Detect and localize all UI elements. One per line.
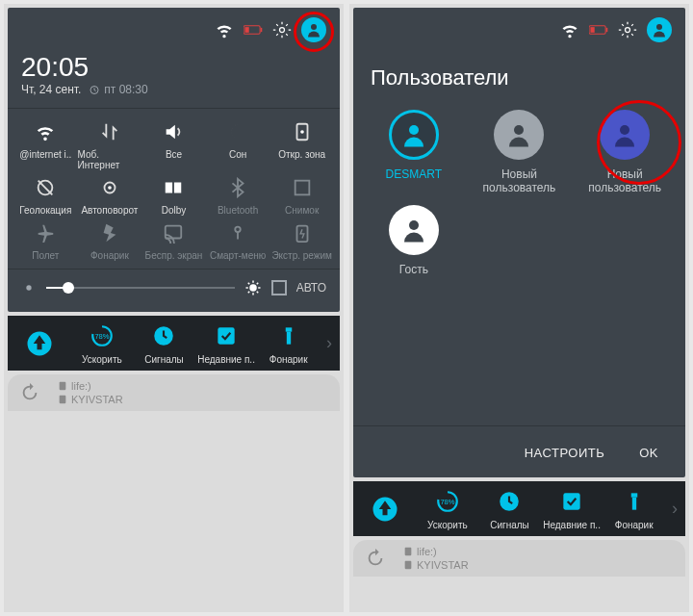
user-desmart[interactable]: DESMART — [361, 110, 467, 195]
svg-rect-25 — [60, 382, 66, 390]
brightness-slider[interactable] — [46, 287, 235, 289]
shortcut-recent[interactable]: Недавние п.. — [196, 321, 257, 365]
shortcut-recent[interactable]: Недавние п.. — [542, 487, 603, 530]
shortcut-label: Фонарик — [270, 354, 308, 365]
svg-rect-43 — [405, 561, 412, 569]
user-новый-пользователь[interactable]: Новый пользователь — [467, 110, 573, 195]
user-switch-icon[interactable] — [301, 17, 326, 42]
shortcut-row: 78%УскоритьСигналыНедавние п..Фонарик› — [8, 316, 340, 371]
shortcut-torch[interactable]: Фонарик — [258, 321, 319, 365]
toggle-cast[interactable]: Беспр. экран — [141, 221, 206, 261]
shortcut-logo[interactable] — [10, 329, 70, 358]
toggle-label: Экстр. режим — [271, 250, 332, 261]
shortcut-row: 78%УскоритьСигналыНедавние п..Фонарик› — [353, 481, 685, 536]
toggle-label: Фонарик — [90, 250, 129, 261]
svg-rect-40 — [630, 493, 637, 497]
svg-point-33 — [514, 125, 524, 135]
shortcut-label: Сигналы — [490, 520, 529, 530]
svg-text:78%: 78% — [440, 498, 454, 506]
user-name: Гость — [399, 263, 428, 276]
users-grid: DESMARTНовый пользовательНовый пользоват… — [353, 96, 685, 282]
toggle-battery[interactable]: Экстр. режим — [270, 221, 334, 261]
clock-block: 20:05 Чт, 24 сент. пт 08:30 — [8, 48, 340, 98]
toggle-screenshot[interactable]: Снимок — [270, 176, 334, 216]
toggle-moon[interactable]: Сон — [206, 120, 270, 170]
shortcut-clock78[interactable]: Сигналы — [134, 321, 194, 365]
gear-icon[interactable] — [272, 20, 292, 39]
brightness-row: АВТО — [8, 269, 340, 312]
toggle-label: Беспр. экран — [145, 250, 203, 261]
chevron-right-icon[interactable]: › — [666, 499, 683, 519]
shortcut-label: Сигналы — [144, 354, 184, 365]
svg-point-17 — [26, 285, 31, 290]
chevron-right-icon[interactable]: › — [321, 333, 338, 353]
toggle-volume[interactable]: Все — [141, 120, 206, 170]
alarm-text: пт 08:30 — [89, 83, 147, 96]
quick-settings-panel: 20:05 Чт, 24 сент. пт 08:30 @internet i.… — [8, 8, 340, 312]
shortcut-clock78[interactable]: Сигналы — [479, 487, 540, 530]
toggle-wifi[interactable]: @internet i.. — [13, 120, 78, 170]
gear-icon[interactable] — [618, 20, 637, 39]
toggle-flash[interactable]: Фонарик — [78, 221, 142, 261]
toggle-data[interactable]: Моб. Интернет — [78, 120, 142, 170]
toggle-label: Геолокация — [19, 205, 71, 216]
svg-rect-11 — [166, 183, 172, 193]
toggle-rotate[interactable]: Автоповорот — [78, 176, 142, 216]
svg-rect-26 — [60, 396, 66, 403]
user-гость[interactable]: Гость — [361, 205, 467, 276]
battery-icon — [589, 20, 608, 39]
toggle-bt[interactable]: Bluetooth — [206, 176, 270, 216]
user-новый-пользователь[interactable]: Новый пользователь — [572, 110, 678, 195]
status-bar — [353, 8, 685, 48]
toggle-dolby[interactable]: Dolby — [141, 176, 206, 216]
sim1-label: life:) — [58, 380, 123, 392]
svg-rect-41 — [632, 498, 636, 510]
user-name: DESMART — [386, 167, 442, 181]
svg-point-30 — [626, 28, 630, 33]
history-icon[interactable] — [365, 548, 386, 569]
toggle-label: Bluetooth — [218, 205, 258, 216]
shortcut-logo[interactable] — [355, 495, 416, 524]
svg-rect-29 — [606, 28, 607, 32]
toggle-location[interactable]: Геолокация — [13, 176, 78, 216]
svg-rect-1 — [244, 27, 248, 33]
brightness-low-icon — [21, 280, 37, 295]
ok-button[interactable]: OK — [639, 446, 658, 460]
toggle-hotspot[interactable]: Откр. зона — [270, 120, 334, 170]
svg-point-4 — [311, 24, 317, 30]
toggle-label: Полет — [32, 250, 59, 261]
shortcut-boost[interactable]: 78%Ускорить — [418, 487, 478, 530]
svg-point-34 — [620, 125, 629, 135]
toggle-label: Откр. зона — [278, 149, 325, 160]
toggle-label: Все — [166, 149, 182, 160]
toggle-label: Снимок — [285, 205, 319, 216]
shortcut-label: Недавние п.. — [197, 354, 255, 365]
toggle-touch[interactable]: Смарт-меню — [206, 221, 270, 261]
svg-point-10 — [108, 186, 112, 190]
brightness-high-icon — [244, 279, 262, 296]
toggle-plane[interactable]: Полет — [13, 221, 78, 261]
settings-button[interactable]: НАСТРОИТЬ — [525, 446, 604, 460]
user-name: Новый пользователь — [483, 167, 556, 195]
svg-rect-2 — [261, 28, 262, 32]
user-name: Новый пользователь — [588, 167, 661, 195]
auto-brightness-checkbox[interactable] — [271, 280, 287, 295]
battery-icon — [244, 20, 263, 39]
svg-point-15 — [235, 227, 241, 233]
shortcut-torch[interactable]: Фонарик — [603, 487, 664, 530]
shortcut-label: Ускорить — [82, 354, 122, 365]
toggle-label: Dolby — [162, 205, 187, 216]
svg-rect-42 — [405, 548, 412, 555]
svg-point-18 — [249, 284, 257, 292]
svg-rect-28 — [590, 27, 594, 33]
svg-rect-39 — [563, 493, 579, 509]
users-panel: Пользователи DESMARTНовый пользовательНо… — [353, 8, 685, 477]
users-actions: НАСТРОИТЬ OK — [353, 425, 685, 477]
toggle-label: @internet i.. — [19, 149, 71, 160]
clock-time: 20:05 — [21, 52, 326, 83]
user-switch-icon[interactable] — [647, 17, 672, 42]
date-text: Чт, 24 сент. — [21, 83, 81, 96]
history-icon[interactable] — [19, 382, 40, 403]
shortcut-boost[interactable]: 78%Ускорить — [72, 321, 133, 365]
svg-point-35 — [409, 220, 419, 230]
